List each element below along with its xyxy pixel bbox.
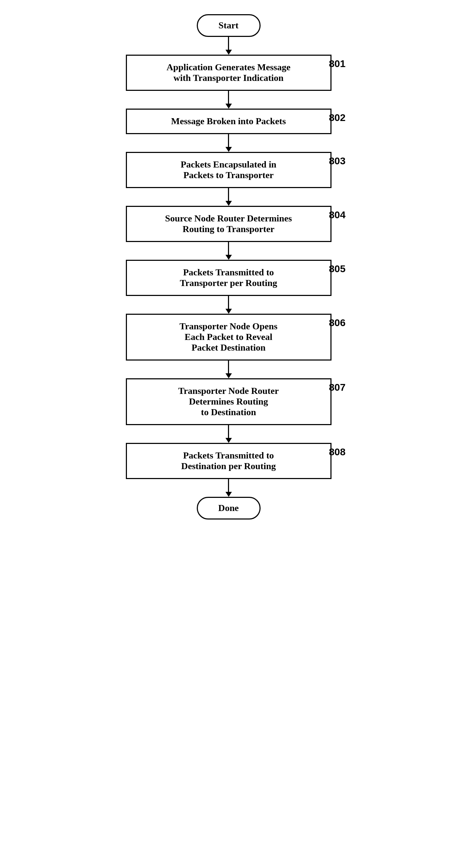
arrow-3 xyxy=(225,188,232,206)
arrow-line xyxy=(228,37,229,50)
step-container-806: Transporter Node Opens Each Packet to Re… xyxy=(112,314,346,361)
process-box-805: Packets Transmitted to Transporter per R… xyxy=(126,260,331,296)
process-box-803: Packets Encapsulated in Packets to Trans… xyxy=(126,152,331,188)
arrow-8 xyxy=(225,479,232,497)
step-806-line1: Transporter Node Opens xyxy=(138,321,320,332)
step-label-802: 802 xyxy=(329,112,346,123)
step-807-line1: Transporter Node Router xyxy=(138,386,320,396)
arrow-line xyxy=(228,134,229,147)
arrow-2 xyxy=(225,134,232,152)
arrow-0 xyxy=(225,37,232,55)
arrow-7 xyxy=(225,425,232,443)
step-container-803: Packets Encapsulated in Packets to Trans… xyxy=(112,152,346,188)
process-box-807: Transporter Node Router Determines Routi… xyxy=(126,378,331,425)
arrow-line xyxy=(228,479,229,492)
arrow-line xyxy=(228,296,229,309)
arrow-line xyxy=(228,242,229,255)
start-terminal: Start xyxy=(197,14,261,37)
step-805-line1: Packets Transmitted to xyxy=(138,267,320,278)
arrow-head xyxy=(225,50,232,55)
step-label-806: 806 xyxy=(329,317,346,329)
arrow-line xyxy=(228,188,229,201)
step-label-801: 801 xyxy=(329,58,346,70)
done-label: Done xyxy=(218,503,239,513)
arrow-head xyxy=(225,147,232,152)
process-box-802: Message Broken into Packets xyxy=(126,109,331,134)
process-box-806: Transporter Node Opens Each Packet to Re… xyxy=(126,314,331,361)
step-803-line2: Packets to Transporter xyxy=(138,170,320,181)
step-804-line1: Source Node Router Determines xyxy=(138,213,320,224)
step-label-803: 803 xyxy=(329,155,346,167)
process-box-808: Packets Transmitted to Destination per R… xyxy=(126,443,331,479)
step-container-802: Message Broken into Packets 802 xyxy=(112,109,346,134)
arrow-head xyxy=(225,104,232,109)
process-box-804: Source Node Router Determines Routing to… xyxy=(126,206,331,242)
step-803-line1: Packets Encapsulated in xyxy=(138,159,320,170)
step-807-line2: Determines Routing xyxy=(138,396,320,407)
step-801-line2: with Transporter Indication xyxy=(138,73,320,83)
step-808-line2: Destination per Routing xyxy=(138,461,320,472)
arrow-5 xyxy=(225,296,232,314)
arrow-4 xyxy=(225,242,232,260)
arrow-1 xyxy=(225,91,232,109)
arrow-head xyxy=(225,309,232,314)
step-label-808: 808 xyxy=(329,446,346,458)
arrow-head xyxy=(225,438,232,443)
step-808-line1: Packets Transmitted to xyxy=(138,450,320,461)
arrow-6 xyxy=(225,361,232,378)
arrow-head xyxy=(225,255,232,260)
flowchart: Start Application Generates Message with… xyxy=(90,14,367,520)
start-label: Start xyxy=(218,20,238,31)
step-806-line3: Packet Destination xyxy=(138,342,320,353)
arrow-head xyxy=(225,492,232,497)
arrow-line xyxy=(228,91,229,104)
arrow-head xyxy=(225,373,232,378)
arrow-line xyxy=(228,361,229,373)
step-806-line2: Each Packet to Reveal xyxy=(138,332,320,342)
step-label-805: 805 xyxy=(329,263,346,275)
step-container-804: Source Node Router Determines Routing to… xyxy=(112,206,346,242)
step-804-line2: Routing to Transporter xyxy=(138,224,320,235)
step-807-line3: to Destination xyxy=(138,407,320,418)
step-container-807: Transporter Node Router Determines Routi… xyxy=(112,378,346,425)
step-container-805: Packets Transmitted to Transporter per R… xyxy=(112,260,346,296)
step-container-801: Application Generates Message with Trans… xyxy=(112,55,346,91)
step-container-808: Packets Transmitted to Destination per R… xyxy=(112,443,346,479)
step-label-804: 804 xyxy=(329,209,346,221)
arrow-head xyxy=(225,201,232,206)
arrow-line xyxy=(228,425,229,438)
step-802-line1: Message Broken into Packets xyxy=(138,116,320,127)
done-terminal: Done xyxy=(197,497,261,520)
step-label-807: 807 xyxy=(329,382,346,393)
step-805-line2: Transporter per Routing xyxy=(138,278,320,289)
process-box-801: Application Generates Message with Trans… xyxy=(126,55,331,91)
step-801-line1: Application Generates Message xyxy=(138,62,320,73)
